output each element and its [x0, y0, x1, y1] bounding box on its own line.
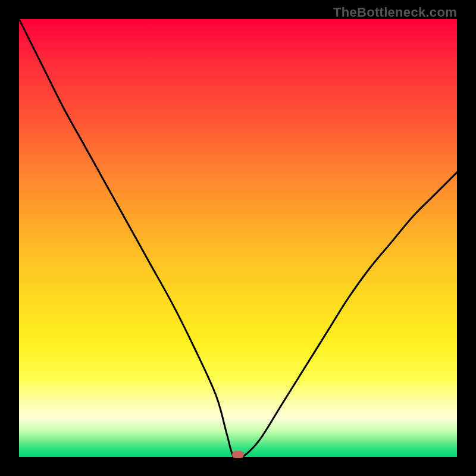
- chart-container: TheBottleneck.com: [0, 0, 476, 476]
- watermark: TheBottleneck.com: [333, 5, 457, 20]
- plot-area: [19, 19, 457, 457]
- min-point-marker: [232, 451, 244, 458]
- bottleneck-curve: [19, 19, 457, 457]
